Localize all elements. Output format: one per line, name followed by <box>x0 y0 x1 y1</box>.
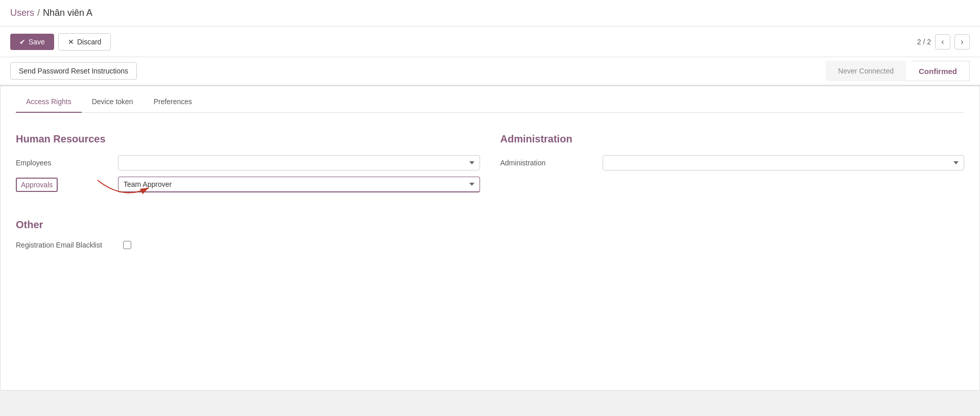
employees-select[interactable] <box>118 155 480 170</box>
toolbar-actions: ✔ Save ✕ Discard <box>10 33 111 51</box>
registration-email-blacklist-row: Registration Email Blacklist <box>16 241 964 249</box>
employees-label: Employees <box>16 159 118 167</box>
breadcrumb-bar: Users / Nhân viên A <box>0 0 980 27</box>
administration-section: Administration Administration <box>500 133 965 199</box>
x-icon: ✕ <box>68 38 74 46</box>
action-bar: Send Password Reset Instructions Never C… <box>0 57 980 86</box>
main-content-card: Access Rights Device token Preferences H… <box>0 86 980 390</box>
discard-button[interactable]: ✕ Discard <box>58 33 111 51</box>
prev-record-button[interactable]: ‹ <box>935 34 950 50</box>
administration-select[interactable] <box>603 155 965 170</box>
breadcrumb-current: Nhân viên A <box>43 8 92 18</box>
tabs-container: Access Rights Device token Preferences <box>16 86 964 113</box>
save-button[interactable]: ✔ Save <box>10 34 54 50</box>
human-resources-title: Human Resources <box>16 133 480 145</box>
toolbar-navigation: 2 / 2 ‹ › <box>917 34 970 50</box>
save-label: Save <box>29 38 45 46</box>
human-resources-section: Human Resources Employees Approvals <box>16 133 480 199</box>
approvals-select[interactable]: Team Approver All Approvals No Access <box>118 177 480 192</box>
check-icon: ✔ <box>19 38 26 46</box>
two-column-layout: Human Resources Employees Approvals <box>16 133 964 199</box>
next-record-button[interactable]: › <box>954 34 970 50</box>
other-section: Other Registration Email Blacklist <box>16 219 964 249</box>
status-stepper: Never Connected Confirmed <box>826 61 970 81</box>
approvals-arrow-container: Approvals <box>16 178 118 192</box>
registration-email-blacklist-label: Registration Email Blacklist <box>16 241 118 249</box>
tab-preferences[interactable]: Preferences <box>144 91 202 113</box>
tab-access-rights[interactable]: Access Rights <box>16 91 82 113</box>
breadcrumb-users-link[interactable]: Users <box>10 8 34 18</box>
toolbar: ✔ Save ✕ Discard 2 / 2 ‹ › <box>0 27 980 57</box>
tab-content-access-rights: Human Resources Employees Approvals <box>16 128 964 260</box>
confirmed-label: Confirmed <box>919 67 957 76</box>
main-content: Access Rights Device token Preferences H… <box>1 86 979 390</box>
tab-device-token[interactable]: Device token <box>82 91 144 113</box>
discard-label: Discard <box>77 38 101 46</box>
other-title: Other <box>16 219 964 231</box>
page-counter: 2 / 2 <box>917 38 931 46</box>
send-password-reset-button[interactable]: Send Password Reset Instructions <box>10 62 137 80</box>
approvals-field-row: Approvals <box>16 177 480 192</box>
registration-email-blacklist-checkbox[interactable] <box>123 241 131 249</box>
breadcrumb-separator: / <box>37 8 40 18</box>
administration-field-row: Administration <box>500 155 965 170</box>
never-connected-label: Never Connected <box>838 67 894 75</box>
administration-label: Administration <box>500 159 603 167</box>
approvals-label: Approvals <box>16 178 58 192</box>
status-never-connected[interactable]: Never Connected <box>826 61 906 81</box>
administration-title: Administration <box>500 133 965 145</box>
status-confirmed[interactable]: Confirmed <box>906 61 970 81</box>
employees-field-row: Employees <box>16 155 480 170</box>
